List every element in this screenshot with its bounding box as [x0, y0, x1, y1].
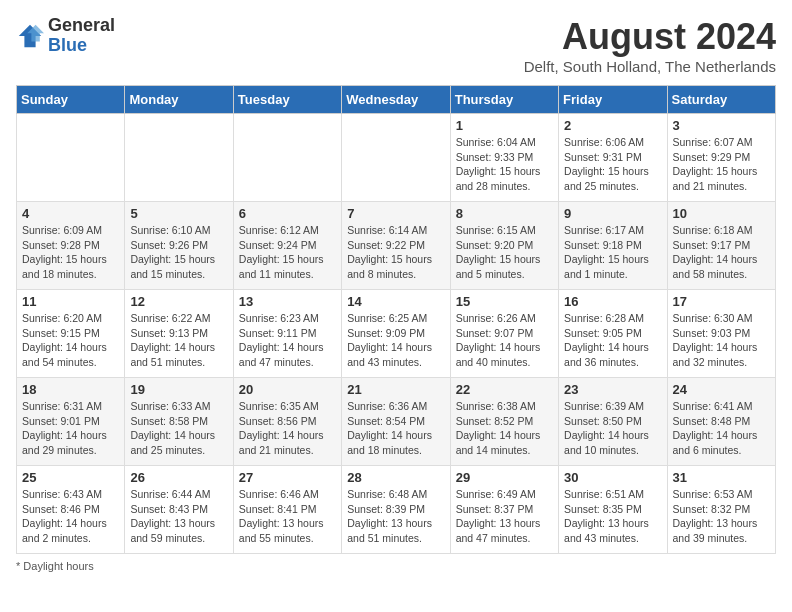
day-cell: 7Sunrise: 6:14 AM Sunset: 9:22 PM Daylig…: [342, 202, 450, 290]
day-number: 4: [22, 206, 119, 221]
day-cell: 17Sunrise: 6:30 AM Sunset: 9:03 PM Dayli…: [667, 290, 775, 378]
day-number: 29: [456, 470, 553, 485]
day-content: Sunrise: 6:18 AM Sunset: 9:17 PM Dayligh…: [673, 223, 770, 282]
day-cell: 24Sunrise: 6:41 AM Sunset: 8:48 PM Dayli…: [667, 378, 775, 466]
day-content: Sunrise: 6:12 AM Sunset: 9:24 PM Dayligh…: [239, 223, 336, 282]
day-number: 6: [239, 206, 336, 221]
day-cell: [342, 114, 450, 202]
day-content: Sunrise: 6:31 AM Sunset: 9:01 PM Dayligh…: [22, 399, 119, 458]
day-content: Sunrise: 6:36 AM Sunset: 8:54 PM Dayligh…: [347, 399, 444, 458]
col-header-sunday: Sunday: [17, 86, 125, 114]
header-row: SundayMondayTuesdayWednesdayThursdayFrid…: [17, 86, 776, 114]
day-content: Sunrise: 6:28 AM Sunset: 9:05 PM Dayligh…: [564, 311, 661, 370]
day-content: Sunrise: 6:10 AM Sunset: 9:26 PM Dayligh…: [130, 223, 227, 282]
day-cell: 4Sunrise: 6:09 AM Sunset: 9:28 PM Daylig…: [17, 202, 125, 290]
day-content: Sunrise: 6:07 AM Sunset: 9:29 PM Dayligh…: [673, 135, 770, 194]
day-number: 8: [456, 206, 553, 221]
day-content: Sunrise: 6:51 AM Sunset: 8:35 PM Dayligh…: [564, 487, 661, 546]
day-content: Sunrise: 6:22 AM Sunset: 9:13 PM Dayligh…: [130, 311, 227, 370]
day-cell: 11Sunrise: 6:20 AM Sunset: 9:15 PM Dayli…: [17, 290, 125, 378]
day-cell: 27Sunrise: 6:46 AM Sunset: 8:41 PM Dayli…: [233, 466, 341, 554]
logo-icon: [16, 22, 44, 50]
month-title: August 2024: [524, 16, 776, 58]
day-cell: 13Sunrise: 6:23 AM Sunset: 9:11 PM Dayli…: [233, 290, 341, 378]
day-content: Sunrise: 6:04 AM Sunset: 9:33 PM Dayligh…: [456, 135, 553, 194]
calendar-table: SundayMondayTuesdayWednesdayThursdayFrid…: [16, 85, 776, 554]
day-number: 3: [673, 118, 770, 133]
col-header-saturday: Saturday: [667, 86, 775, 114]
day-number: 27: [239, 470, 336, 485]
day-number: 30: [564, 470, 661, 485]
day-number: 17: [673, 294, 770, 309]
week-row-3: 11Sunrise: 6:20 AM Sunset: 9:15 PM Dayli…: [17, 290, 776, 378]
day-cell: 22Sunrise: 6:38 AM Sunset: 8:52 PM Dayli…: [450, 378, 558, 466]
day-number: 13: [239, 294, 336, 309]
logo-general-text: General: [48, 16, 115, 36]
day-cell: 21Sunrise: 6:36 AM Sunset: 8:54 PM Dayli…: [342, 378, 450, 466]
day-content: Sunrise: 6:46 AM Sunset: 8:41 PM Dayligh…: [239, 487, 336, 546]
day-content: Sunrise: 6:23 AM Sunset: 9:11 PM Dayligh…: [239, 311, 336, 370]
day-cell: 15Sunrise: 6:26 AM Sunset: 9:07 PM Dayli…: [450, 290, 558, 378]
day-content: Sunrise: 6:38 AM Sunset: 8:52 PM Dayligh…: [456, 399, 553, 458]
day-number: 5: [130, 206, 227, 221]
day-cell: 30Sunrise: 6:51 AM Sunset: 8:35 PM Dayli…: [559, 466, 667, 554]
day-content: Sunrise: 6:43 AM Sunset: 8:46 PM Dayligh…: [22, 487, 119, 546]
day-cell: 1Sunrise: 6:04 AM Sunset: 9:33 PM Daylig…: [450, 114, 558, 202]
day-content: Sunrise: 6:41 AM Sunset: 8:48 PM Dayligh…: [673, 399, 770, 458]
day-number: 21: [347, 382, 444, 397]
logo-blue-text: Blue: [48, 36, 115, 56]
day-content: Sunrise: 6:17 AM Sunset: 9:18 PM Dayligh…: [564, 223, 661, 282]
week-row-2: 4Sunrise: 6:09 AM Sunset: 9:28 PM Daylig…: [17, 202, 776, 290]
day-cell: 26Sunrise: 6:44 AM Sunset: 8:43 PM Dayli…: [125, 466, 233, 554]
day-number: 22: [456, 382, 553, 397]
day-cell: 31Sunrise: 6:53 AM Sunset: 8:32 PM Dayli…: [667, 466, 775, 554]
day-cell: 12Sunrise: 6:22 AM Sunset: 9:13 PM Dayli…: [125, 290, 233, 378]
col-header-tuesday: Tuesday: [233, 86, 341, 114]
day-cell: 9Sunrise: 6:17 AM Sunset: 9:18 PM Daylig…: [559, 202, 667, 290]
week-row-5: 25Sunrise: 6:43 AM Sunset: 8:46 PM Dayli…: [17, 466, 776, 554]
page-header: General Blue August 2024 Delft, South Ho…: [16, 16, 776, 75]
day-content: Sunrise: 6:49 AM Sunset: 8:37 PM Dayligh…: [456, 487, 553, 546]
day-number: 11: [22, 294, 119, 309]
day-cell: 20Sunrise: 6:35 AM Sunset: 8:56 PM Dayli…: [233, 378, 341, 466]
day-content: Sunrise: 6:48 AM Sunset: 8:39 PM Dayligh…: [347, 487, 444, 546]
week-row-4: 18Sunrise: 6:31 AM Sunset: 9:01 PM Dayli…: [17, 378, 776, 466]
day-cell: 6Sunrise: 6:12 AM Sunset: 9:24 PM Daylig…: [233, 202, 341, 290]
day-cell: 8Sunrise: 6:15 AM Sunset: 9:20 PM Daylig…: [450, 202, 558, 290]
day-cell: 3Sunrise: 6:07 AM Sunset: 9:29 PM Daylig…: [667, 114, 775, 202]
day-cell: 2Sunrise: 6:06 AM Sunset: 9:31 PM Daylig…: [559, 114, 667, 202]
day-cell: 14Sunrise: 6:25 AM Sunset: 9:09 PM Dayli…: [342, 290, 450, 378]
day-cell: [233, 114, 341, 202]
day-number: 20: [239, 382, 336, 397]
day-content: Sunrise: 6:44 AM Sunset: 8:43 PM Dayligh…: [130, 487, 227, 546]
day-number: 12: [130, 294, 227, 309]
footer-note: * Daylight hours: [16, 560, 776, 572]
day-number: 10: [673, 206, 770, 221]
day-number: 7: [347, 206, 444, 221]
title-block: August 2024 Delft, South Holland, The Ne…: [524, 16, 776, 75]
day-cell: 19Sunrise: 6:33 AM Sunset: 8:58 PM Dayli…: [125, 378, 233, 466]
week-row-1: 1Sunrise: 6:04 AM Sunset: 9:33 PM Daylig…: [17, 114, 776, 202]
day-number: 25: [22, 470, 119, 485]
calendar-body: 1Sunrise: 6:04 AM Sunset: 9:33 PM Daylig…: [17, 114, 776, 554]
day-cell: 16Sunrise: 6:28 AM Sunset: 9:05 PM Dayli…: [559, 290, 667, 378]
logo-text: General Blue: [48, 16, 115, 56]
day-number: 18: [22, 382, 119, 397]
day-number: 28: [347, 470, 444, 485]
day-content: Sunrise: 6:09 AM Sunset: 9:28 PM Dayligh…: [22, 223, 119, 282]
day-cell: 29Sunrise: 6:49 AM Sunset: 8:37 PM Dayli…: [450, 466, 558, 554]
col-header-monday: Monday: [125, 86, 233, 114]
day-content: Sunrise: 6:53 AM Sunset: 8:32 PM Dayligh…: [673, 487, 770, 546]
day-number: 26: [130, 470, 227, 485]
day-content: Sunrise: 6:26 AM Sunset: 9:07 PM Dayligh…: [456, 311, 553, 370]
col-header-wednesday: Wednesday: [342, 86, 450, 114]
day-number: 23: [564, 382, 661, 397]
location-subtitle: Delft, South Holland, The Netherlands: [524, 58, 776, 75]
day-number: 1: [456, 118, 553, 133]
col-header-friday: Friday: [559, 86, 667, 114]
day-content: Sunrise: 6:06 AM Sunset: 9:31 PM Dayligh…: [564, 135, 661, 194]
day-number: 14: [347, 294, 444, 309]
day-cell: 25Sunrise: 6:43 AM Sunset: 8:46 PM Dayli…: [17, 466, 125, 554]
day-cell: 5Sunrise: 6:10 AM Sunset: 9:26 PM Daylig…: [125, 202, 233, 290]
day-number: 16: [564, 294, 661, 309]
